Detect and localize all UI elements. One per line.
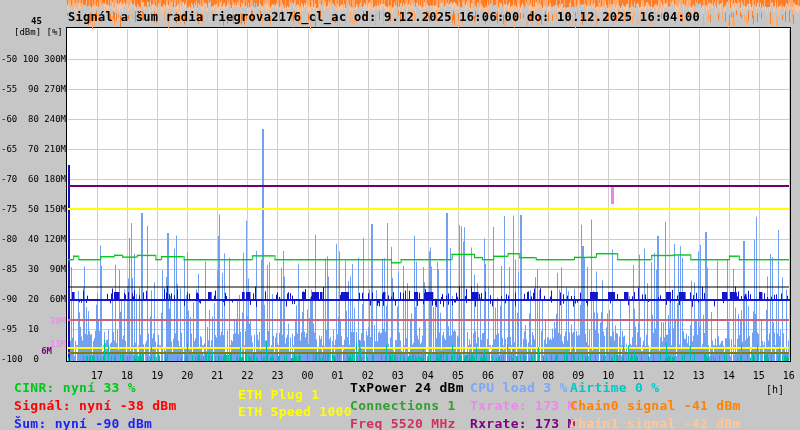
x-tick-label: 06 bbox=[476, 370, 500, 381]
x-tick-label: 03 bbox=[386, 370, 410, 381]
legend-rxrate: Rxrate: 173 M bbox=[470, 416, 576, 430]
y-tick-label: -55 90 270M bbox=[0, 84, 66, 94]
legend-airtime: Airtime 0 % bbox=[570, 380, 659, 395]
y-tick-label: -70 60 180M bbox=[0, 174, 66, 184]
legend-cinr: CINR: nyní 33 % bbox=[14, 380, 136, 395]
y-tick-label: -95 10 bbox=[0, 324, 66, 334]
y-tick-label: -65 70 210M bbox=[0, 144, 66, 154]
signal-noise-graph: Signál a šum radia riegrova2176_cl_ac od… bbox=[0, 0, 800, 430]
page-title: Signál a šum radia riegrova2176_cl_ac od… bbox=[68, 10, 700, 24]
legend-signal: Signál: nyní -38 dBm bbox=[14, 398, 177, 413]
y-tick-label: -60 80 240M bbox=[0, 114, 66, 124]
y-tick-label: -90 20 60M bbox=[0, 294, 66, 304]
x-tick-label: 07 bbox=[506, 370, 530, 381]
y-tick-label: -50 100 300M bbox=[0, 54, 66, 64]
x-tick-label: 01 bbox=[326, 370, 350, 381]
x-tick-label: 12 bbox=[657, 370, 681, 381]
x-tick-label: 13 bbox=[687, 370, 711, 381]
x-tick-label: 00 bbox=[296, 370, 320, 381]
y-tick-label: -80 40 120M bbox=[0, 234, 66, 244]
x-tick-label: 21 bbox=[205, 370, 229, 381]
x-tick-label: 22 bbox=[235, 370, 259, 381]
legend-chain0: Chain0 signal -41 dBm bbox=[570, 398, 741, 413]
legend-connections: Connections 1 bbox=[350, 398, 456, 413]
x-tick-label: 05 bbox=[446, 370, 470, 381]
x-tick-label: 11 bbox=[626, 370, 650, 381]
y-tick-label: -100 0 bbox=[0, 354, 66, 364]
legend-txpower: TxPower 24 dBm bbox=[350, 380, 464, 395]
x-tick-label: 20 bbox=[175, 370, 199, 381]
x-tick-label: 16 bbox=[777, 370, 800, 381]
x-tick-label: 18 bbox=[115, 370, 139, 381]
legend-cpu-load: CPU load 3 % bbox=[470, 380, 568, 395]
x-tick-label: 23 bbox=[265, 370, 289, 381]
x-tick-label: 02 bbox=[356, 370, 380, 381]
x-axis-unit-label: [h] bbox=[766, 384, 784, 395]
x-tick-label: 14 bbox=[717, 370, 741, 381]
x-tick-label: 17 bbox=[85, 370, 109, 381]
legend-txrate: Txrate: 173 M bbox=[470, 398, 576, 413]
legend-noise: Šum: nyní -90 dBm bbox=[14, 416, 152, 430]
legend-freq: Freq 5520 MHz bbox=[350, 416, 456, 430]
x-tick-label: 08 bbox=[536, 370, 560, 381]
legend-eth-speed: ETH Speed 1000 bbox=[238, 404, 352, 419]
y-tick-label: -85 30 90M bbox=[0, 264, 66, 274]
y-axis-unit-label: [dBm] [%] bbox=[14, 27, 63, 37]
legend-chain1: Chain1 signal -42 dBm bbox=[570, 416, 741, 430]
y-axis-top-value: 45 bbox=[31, 16, 42, 26]
x-tick-label: 15 bbox=[747, 370, 771, 381]
legend-eth-plug: ETH Plug 1 bbox=[238, 387, 319, 402]
x-tick-label: 09 bbox=[566, 370, 590, 381]
x-tick-label: 10 bbox=[596, 370, 620, 381]
x-tick-label: 19 bbox=[145, 370, 169, 381]
x-tick-label: 04 bbox=[416, 370, 440, 381]
chart-canvas bbox=[0, 0, 800, 430]
y-tick-label: -75 50 150M bbox=[0, 204, 66, 214]
